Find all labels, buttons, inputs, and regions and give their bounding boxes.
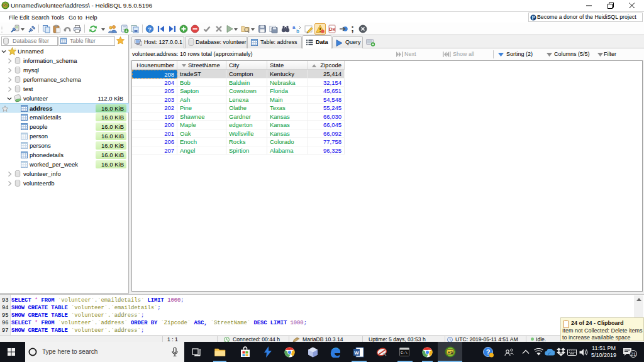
svg-text:a: a xyxy=(292,25,296,30)
svg-text:b: b xyxy=(296,28,299,33)
svg-text:?: ? xyxy=(148,26,152,33)
svg-text:HS: HS xyxy=(447,350,453,354)
svg-text:HS: HS xyxy=(3,4,7,7)
svg-text:W: W xyxy=(354,350,359,356)
svg-text:Dx: Dx xyxy=(329,26,336,32)
svg-text:C:\: C:\ xyxy=(401,351,408,355)
svg-text:P: P xyxy=(532,15,535,21)
